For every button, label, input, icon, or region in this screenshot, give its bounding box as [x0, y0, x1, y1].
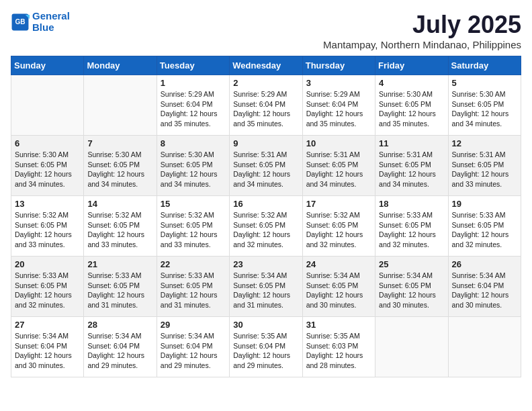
day-info: Sunrise: 5:32 AMSunset: 6:05 PMDaylight:…	[161, 210, 226, 250]
calendar-week-row: 6Sunrise: 5:30 AMSunset: 6:05 PMDaylight…	[11, 136, 521, 196]
day-number: 3	[306, 78, 371, 88]
day-info: Sunrise: 5:34 AMSunset: 6:04 PMDaylight:…	[161, 331, 226, 371]
day-info: Sunrise: 5:35 AMSunset: 6:04 PMDaylight:…	[233, 331, 298, 371]
calendar-header-row: SundayMondayTuesdayWednesdayThursdayFrid…	[11, 56, 521, 75]
svg-text:GB: GB	[15, 18, 25, 26]
logo-line1: General	[32, 10, 70, 21]
calendar-cell: 23Sunrise: 5:34 AMSunset: 6:05 PMDayligh…	[230, 257, 302, 317]
day-info: Sunrise: 5:32 AMSunset: 6:05 PMDaylight:…	[15, 210, 80, 250]
day-number: 31	[306, 320, 371, 330]
day-number: 2	[233, 78, 298, 88]
day-number: 14	[87, 199, 152, 209]
calendar-cell: 12Sunrise: 5:31 AMSunset: 6:05 PMDayligh…	[448, 136, 521, 196]
weekday-header: Friday	[375, 56, 448, 75]
main-title: July 2025	[323, 11, 521, 39]
calendar-week-row: 13Sunrise: 5:32 AMSunset: 6:05 PMDayligh…	[11, 196, 521, 257]
page-header: GB General Blue July 2025 Mantampay, Nor…	[11, 11, 521, 50]
calendar-cell: 4Sunrise: 5:30 AMSunset: 6:05 PMDaylight…	[375, 75, 448, 136]
weekday-header: Sunday	[11, 56, 84, 75]
calendar-cell: 3Sunrise: 5:29 AMSunset: 6:04 PMDaylight…	[302, 75, 375, 136]
day-info: Sunrise: 5:32 AMSunset: 6:05 PMDaylight:…	[87, 210, 152, 250]
calendar-cell: 13Sunrise: 5:32 AMSunset: 6:05 PMDayligh…	[11, 196, 84, 257]
calendar-cell: 28Sunrise: 5:34 AMSunset: 6:04 PMDayligh…	[84, 317, 157, 377]
day-number: 23	[233, 259, 298, 269]
day-info: Sunrise: 5:33 AMSunset: 6:05 PMDaylight:…	[379, 210, 444, 250]
calendar-cell: 18Sunrise: 5:33 AMSunset: 6:05 PMDayligh…	[375, 196, 448, 257]
calendar-cell: 11Sunrise: 5:31 AMSunset: 6:05 PMDayligh…	[375, 136, 448, 196]
day-number: 29	[161, 320, 226, 330]
day-info: Sunrise: 5:33 AMSunset: 6:05 PMDaylight:…	[15, 271, 80, 310]
day-info: Sunrise: 5:33 AMSunset: 6:05 PMDaylight:…	[87, 271, 152, 310]
day-number: 30	[233, 320, 298, 330]
day-number: 21	[87, 259, 152, 269]
logo-line2: Blue	[32, 21, 54, 33]
calendar: SundayMondayTuesdayWednesdayThursdayFrid…	[11, 56, 521, 377]
day-info: Sunrise: 5:31 AMSunset: 6:05 PMDaylight:…	[233, 150, 298, 189]
day-info: Sunrise: 5:34 AMSunset: 6:04 PMDaylight:…	[15, 331, 80, 371]
day-number: 12	[452, 138, 517, 148]
day-info: Sunrise: 5:34 AMSunset: 6:04 PMDaylight:…	[87, 331, 152, 371]
day-info: Sunrise: 5:35 AMSunset: 6:03 PMDaylight:…	[306, 331, 371, 371]
day-number: 13	[15, 199, 80, 209]
day-info: Sunrise: 5:34 AMSunset: 6:05 PMDaylight:…	[379, 271, 444, 310]
day-info: Sunrise: 5:31 AMSunset: 6:05 PMDaylight:…	[306, 150, 371, 189]
day-info: Sunrise: 5:33 AMSunset: 6:05 PMDaylight:…	[161, 271, 226, 310]
title-block: July 2025 Mantampay, Northern Mindanao, …	[323, 11, 521, 50]
day-info: Sunrise: 5:34 AMSunset: 6:05 PMDaylight:…	[306, 271, 371, 310]
weekday-header: Tuesday	[157, 56, 229, 75]
calendar-cell: 15Sunrise: 5:32 AMSunset: 6:05 PMDayligh…	[157, 196, 229, 257]
calendar-cell	[84, 75, 157, 136]
day-number: 19	[452, 199, 517, 209]
calendar-week-row: 27Sunrise: 5:34 AMSunset: 6:04 PMDayligh…	[11, 317, 521, 377]
day-number: 27	[15, 320, 80, 330]
day-info: Sunrise: 5:34 AMSunset: 6:05 PMDaylight:…	[233, 271, 298, 310]
logo-icon: GB	[11, 13, 30, 32]
calendar-cell: 9Sunrise: 5:31 AMSunset: 6:05 PMDaylight…	[230, 136, 302, 196]
calendar-cell: 21Sunrise: 5:33 AMSunset: 6:05 PMDayligh…	[84, 257, 157, 317]
day-number: 8	[161, 138, 226, 148]
calendar-cell: 2Sunrise: 5:29 AMSunset: 6:04 PMDaylight…	[230, 75, 302, 136]
day-info: Sunrise: 5:32 AMSunset: 6:05 PMDaylight:…	[306, 210, 371, 250]
day-number: 6	[15, 138, 80, 148]
calendar-cell: 17Sunrise: 5:32 AMSunset: 6:05 PMDayligh…	[302, 196, 375, 257]
calendar-cell: 30Sunrise: 5:35 AMSunset: 6:04 PMDayligh…	[230, 317, 302, 377]
calendar-cell: 24Sunrise: 5:34 AMSunset: 6:05 PMDayligh…	[302, 257, 375, 317]
calendar-cell: 16Sunrise: 5:32 AMSunset: 6:05 PMDayligh…	[230, 196, 302, 257]
day-number: 22	[161, 259, 226, 269]
calendar-cell: 19Sunrise: 5:33 AMSunset: 6:05 PMDayligh…	[448, 196, 521, 257]
calendar-cell: 31Sunrise: 5:35 AMSunset: 6:03 PMDayligh…	[302, 317, 375, 377]
weekday-header: Thursday	[302, 56, 375, 75]
day-info: Sunrise: 5:30 AMSunset: 6:05 PMDaylight:…	[452, 89, 517, 129]
weekday-header: Saturday	[448, 56, 521, 75]
day-number: 7	[87, 138, 152, 148]
day-number: 28	[87, 320, 152, 330]
calendar-cell: 7Sunrise: 5:30 AMSunset: 6:05 PMDaylight…	[84, 136, 157, 196]
logo-text: General Blue	[32, 11, 70, 33]
weekday-header: Monday	[84, 56, 157, 75]
day-number: 4	[379, 78, 444, 88]
calendar-cell	[375, 317, 448, 377]
day-number: 18	[379, 199, 444, 209]
day-number: 16	[233, 199, 298, 209]
day-number: 25	[379, 259, 444, 269]
subtitle: Mantampay, Northern Mindanao, Philippine…	[323, 39, 521, 50]
weekday-header: Wednesday	[230, 56, 302, 75]
calendar-cell: 1Sunrise: 5:29 AMSunset: 6:04 PMDaylight…	[157, 75, 229, 136]
day-number: 1	[161, 78, 226, 88]
day-info: Sunrise: 5:34 AMSunset: 6:04 PMDaylight:…	[452, 271, 517, 310]
logo: GB General Blue	[11, 11, 70, 33]
day-info: Sunrise: 5:29 AMSunset: 6:04 PMDaylight:…	[306, 89, 371, 129]
day-info: Sunrise: 5:30 AMSunset: 6:05 PMDaylight:…	[161, 150, 226, 189]
day-info: Sunrise: 5:32 AMSunset: 6:05 PMDaylight:…	[233, 210, 298, 250]
calendar-cell: 8Sunrise: 5:30 AMSunset: 6:05 PMDaylight…	[157, 136, 229, 196]
day-number: 24	[306, 259, 371, 269]
calendar-week-row: 20Sunrise: 5:33 AMSunset: 6:05 PMDayligh…	[11, 257, 521, 317]
day-number: 20	[15, 259, 80, 269]
calendar-cell: 25Sunrise: 5:34 AMSunset: 6:05 PMDayligh…	[375, 257, 448, 317]
day-number: 26	[452, 259, 517, 269]
day-number: 15	[161, 199, 226, 209]
day-info: Sunrise: 5:30 AMSunset: 6:05 PMDaylight:…	[15, 150, 80, 189]
calendar-cell: 26Sunrise: 5:34 AMSunset: 6:04 PMDayligh…	[448, 257, 521, 317]
calendar-cell: 10Sunrise: 5:31 AMSunset: 6:05 PMDayligh…	[302, 136, 375, 196]
calendar-cell	[448, 317, 521, 377]
